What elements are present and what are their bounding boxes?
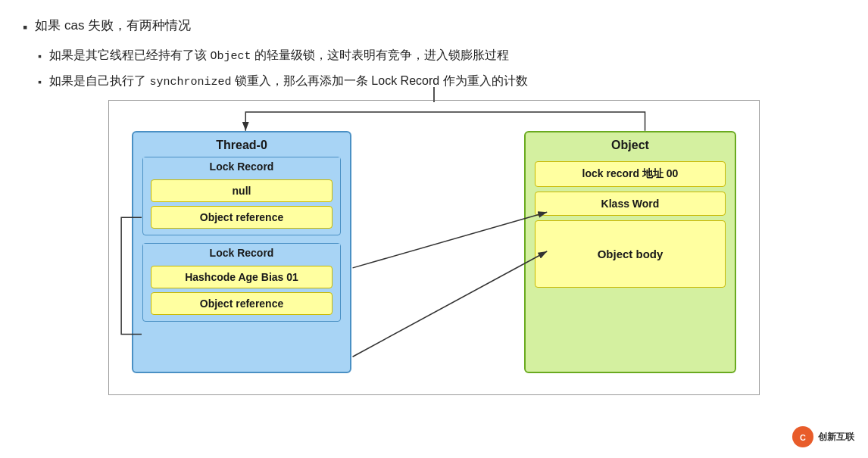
lock-record-2: Lock Record Hashcode Age Bias 01 Object … [142,243,341,322]
lock-record-2-title: Lock Record [143,244,340,262]
thread-box: Thread-0 Lock Record null Object referen… [132,131,351,373]
lock-record-1-title: Lock Record [143,157,340,176]
bullet2: ▪ 如果是其它线程已经持有了该 Object 的轻量级锁，这时表明有竞争，进入锁… [38,45,845,67]
lock-record-2-cell1: Hashcode Age Bias 01 [151,266,333,288]
object-cell2: Klass Word [535,192,726,216]
watermark-icon: C [792,426,813,447]
bullet2-text: 如果是其它线程已经持有了该 Object 的轻量级锁，这时表明有竞争，进入锁膨胀… [49,45,509,67]
watermark-label: 创新互联 [818,431,854,444]
watermark: C 创新互联 [786,423,860,450]
bullet1-text: 如果 cas 失败，有两种情况 [35,15,191,36]
lock-record-1-cell1: null [151,179,333,202]
object-cell1: lock record 地址 00 [535,161,726,187]
svg-line-0 [353,212,548,268]
diagram-area: I Thread-0 Lock Record null Object refer… [23,100,845,418]
lock-record-1-cell2: Object reference [151,206,333,229]
object-box-title: Object [526,132,735,157]
cursor-icon: I [433,87,435,102]
bullet3: ▪ 如果是自己执行了 synchronized 锁重入，那么再添加一条 Lock… [38,70,845,92]
bullet1-marker: ▪ [23,17,27,39]
diagram-inner: I Thread-0 Lock Record null Object refer… [108,100,760,395]
text-section: ▪ 如果 cas 失败，有两种情况 ▪ 如果是其它线程已经持有了该 Object… [23,15,845,92]
bullet3-marker: ▪ [38,73,42,92]
bullet1: ▪ 如果 cas 失败，有两种情况 [23,15,845,39]
lock-record-2-cell2: Object reference [151,292,333,315]
bullet2-marker: ▪ [38,48,42,66]
page-container: ▪ 如果 cas 失败，有两种情况 ▪ 如果是其它线程已经持有了该 Object… [0,0,868,458]
svg-line-1 [353,251,548,357]
bullet3-text: 如果是自己执行了 synchronized 锁重入，那么再添加一条 Lock R… [49,70,528,92]
watermark-logo-icon: C [795,428,811,445]
lock-record-1: Lock Record null Object reference [142,157,341,235]
object-box: Object lock record 地址 00 Klass Word Obje… [524,131,736,373]
svg-text:C: C [800,433,806,442]
object-cell3: Object body [535,220,726,288]
thread-box-title: Thread-0 [133,132,350,157]
